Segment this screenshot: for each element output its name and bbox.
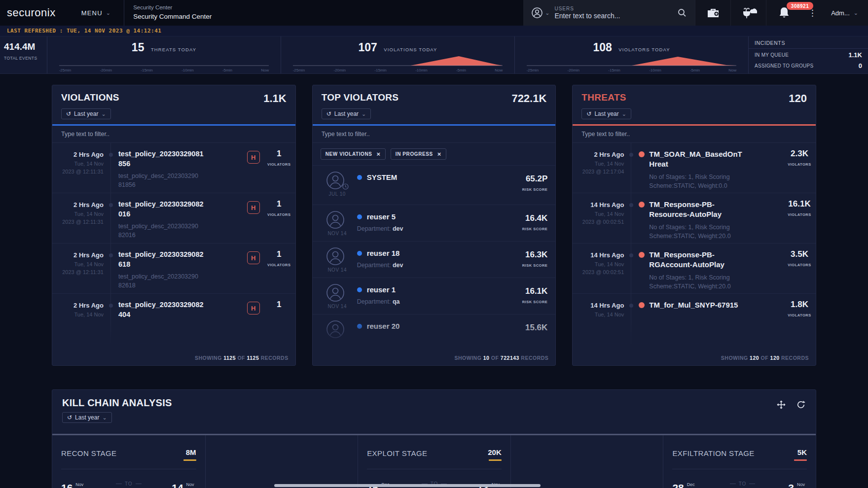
violator-row[interactable]: reuser 20 15.6K bbox=[313, 314, 556, 349]
history-icon: ↺ bbox=[66, 110, 71, 117]
incidents-row-queue[interactable]: IN MY QUEUE 1.1K bbox=[749, 49, 868, 60]
threat-violators-count: 3.5K bbox=[783, 249, 816, 259]
kill-chain-stage-recon[interactable]: RECON STAGE 8M 16 Nov2022 TO 363 DAYS bbox=[52, 435, 205, 488]
threat-row[interactable]: 14 Hrs AgoTue, 14 Nov2023 @ 00:02:51 TM_… bbox=[573, 193, 816, 244]
threats-filter-input[interactable] bbox=[573, 126, 816, 143]
tick-label: -25min bbox=[293, 68, 305, 72]
footer-of: OF bbox=[237, 355, 245, 361]
violation-ago: 2 Hrs Ago bbox=[52, 200, 104, 210]
logo-text: securonix bbox=[7, 6, 56, 19]
case-management-button[interactable] bbox=[695, 0, 730, 26]
global-search: ⌄ USERS bbox=[523, 0, 695, 26]
violation-row[interactable]: 2 Hrs AgoTue, 14 Nov2023 @ 12:11:31 test… bbox=[52, 193, 295, 244]
tick-label: Now bbox=[261, 68, 269, 72]
risk-score-value: 16.1K bbox=[508, 286, 547, 296]
time-filter-label: Last year bbox=[594, 110, 618, 117]
threat-row[interactable]: 2 Hrs AgoTue, 14 Nov2023 @ 12:17:04 TM_S… bbox=[573, 143, 816, 193]
violations-count: 1.1K bbox=[263, 92, 286, 105]
violation-row[interactable]: 2 Hrs AgoTue, 14 Nov2023 @ 12:11:31 test… bbox=[52, 143, 295, 193]
threat-status-dot bbox=[639, 202, 645, 208]
close-icon[interactable]: × bbox=[437, 151, 441, 157]
kill-chain-stage-exfiltration[interactable]: EXFILTRATION STAGE 5K 28 Dec2022 TO 310 … bbox=[663, 435, 816, 488]
violations-filter-input[interactable] bbox=[52, 126, 295, 143]
notifications-button[interactable]: 308921 bbox=[766, 0, 801, 26]
soar-integrations-button[interactable] bbox=[730, 0, 766, 26]
threat-row[interactable]: 14 Hrs AgoTue, 14 Nov TM_for_Mul_SNYP-67… bbox=[573, 294, 816, 344]
history-icon: ↺ bbox=[326, 110, 331, 117]
tick-label: -20min bbox=[100, 68, 111, 72]
footer-shown: 1125 bbox=[223, 355, 236, 361]
threat-ago: 14 Hrs Ago bbox=[573, 301, 624, 311]
risk-score-label: RISK SCORE bbox=[522, 227, 548, 231]
footer-total: 722143 bbox=[501, 355, 519, 361]
move-icon[interactable] bbox=[776, 400, 786, 410]
search-category-selector[interactable]: ⌄ bbox=[531, 7, 549, 19]
violation-policy-name: test_policy_20230329082618 bbox=[118, 250, 206, 269]
clock-overlay-icon bbox=[342, 183, 349, 190]
to-label: TO bbox=[116, 481, 142, 487]
menu-button[interactable]: MENU ⌄ bbox=[69, 0, 124, 26]
tick-label: -15min bbox=[374, 68, 386, 72]
close-icon[interactable]: × bbox=[377, 151, 381, 157]
violator-row[interactable]: NOV 14 reuser 5 Department: dev 16.4KRIS… bbox=[313, 205, 556, 242]
top-violators-time-filter[interactable]: ↺ Last year ⌄ bbox=[322, 108, 371, 119]
incidents-groups-value: 0 bbox=[859, 62, 862, 70]
violations-title: VIOLATIONS bbox=[61, 92, 119, 103]
footer-prefix: SHOWING bbox=[195, 355, 222, 361]
filter-chip-label: IN PROGRESS bbox=[396, 151, 433, 157]
refresh-icon[interactable] bbox=[796, 400, 806, 410]
search-category-label: USERS bbox=[554, 6, 672, 11]
violators-today-stat: 108 VIOLATORS TODAY -25min-20min-15min-1… bbox=[515, 36, 749, 73]
threats-sparkline bbox=[59, 54, 269, 66]
horizontal-scrollbar[interactable] bbox=[274, 484, 541, 487]
status-dot bbox=[357, 287, 362, 292]
threats-time-filter[interactable]: ↺ Last year ⌄ bbox=[581, 108, 631, 119]
threats-count: 120 bbox=[789, 92, 807, 105]
violation-count: 1 bbox=[263, 249, 295, 259]
violator-date: NOV 14 bbox=[326, 304, 349, 309]
footer-prefix: SHOWING bbox=[721, 355, 748, 361]
incidents-queue-label: IN MY QUEUE bbox=[755, 52, 789, 58]
violator-row[interactable]: NOV 14 reuser 18 Department: dev 16.3KRI… bbox=[313, 242, 556, 278]
top-violators-filter-input[interactable] bbox=[313, 126, 556, 143]
chevron-down-icon: ⌄ bbox=[545, 10, 549, 16]
threat-status-dot bbox=[639, 252, 645, 258]
footer-suffix: RECORDS bbox=[261, 355, 289, 361]
filter-chip-new-violations[interactable]: NEW VIOLATIONS × bbox=[321, 148, 386, 160]
search-icon[interactable] bbox=[677, 8, 687, 18]
violator-name: SYSTEM bbox=[367, 173, 398, 181]
history-icon: ↺ bbox=[586, 110, 591, 117]
risk-score-value: 16.4K bbox=[508, 213, 547, 223]
department-value: dev bbox=[393, 262, 403, 269]
threat-name: TM_Response-PB-RGAccount-AutoPlay bbox=[649, 250, 743, 270]
kill-chain-time-filter[interactable]: ↺ Last year ⌄ bbox=[62, 412, 112, 423]
incidents-queue-value: 1.1K bbox=[849, 51, 862, 59]
stage-from-date: 28 Dec2022 bbox=[672, 482, 696, 488]
violation-time: 2023 @ 12:11:31 bbox=[52, 168, 104, 176]
threat-row[interactable]: 14 Hrs AgoTue, 14 Nov2023 @ 00:02:51 TM_… bbox=[573, 244, 816, 294]
violation-row[interactable]: 2 Hrs AgoTue, 14 Nov2023 @ 12:11:31 test… bbox=[52, 244, 295, 294]
threats-record-footer: SHOWING 120 OF 120 RECORDS bbox=[573, 352, 816, 365]
violator-row[interactable]: NOV 14 reuser 1 Department: qa 16.1KRISK… bbox=[313, 278, 556, 314]
to-label: TO bbox=[730, 481, 756, 487]
violator-row[interactable]: JUL 10 SYSTEM 65.2PRISK SCORE bbox=[313, 166, 556, 205]
violation-row[interactable]: 2 Hrs AgoTue, 14 Nov test_policy_2023032… bbox=[52, 294, 295, 344]
risk-score-value: 15.6K bbox=[508, 323, 547, 333]
incidents-row-groups[interactable]: ASSIGNED TO GROUPS 0 bbox=[749, 60, 868, 70]
threat-name: TM_SOAR_MA_BasedOnTHreat bbox=[649, 149, 743, 170]
kill-chain-card: KILL CHAIN ANALYSIS ↺ Last year ⌄ RECON … bbox=[52, 389, 816, 488]
filter-chip-in-progress[interactable]: IN PROGRESS × bbox=[391, 148, 446, 160]
threat-time: 2023 @ 00:02:51 bbox=[573, 218, 624, 226]
footer-of: OF bbox=[491, 355, 499, 361]
page-title: Security Command Center bbox=[133, 12, 212, 22]
securonix-logo[interactable]: securonix bbox=[0, 0, 69, 26]
footer-total: 1125 bbox=[247, 355, 259, 361]
user-menu-button[interactable]: Adm... ⌄ bbox=[823, 0, 868, 26]
violator-date: NOV 14 bbox=[326, 267, 349, 273]
threat-time: 2023 @ 12:17:04 bbox=[573, 168, 624, 176]
search-input[interactable] bbox=[554, 11, 672, 20]
breadcrumb: Security Center Security Command Center bbox=[124, 0, 212, 26]
violations-time-filter[interactable]: ↺ Last year ⌄ bbox=[61, 108, 111, 119]
violators-sparkline bbox=[527, 54, 737, 66]
kill-chain-stage-exploit[interactable]: EXPLOIT STAGE 20K 16 Dec2022 TO 332 DAYS bbox=[358, 435, 510, 488]
